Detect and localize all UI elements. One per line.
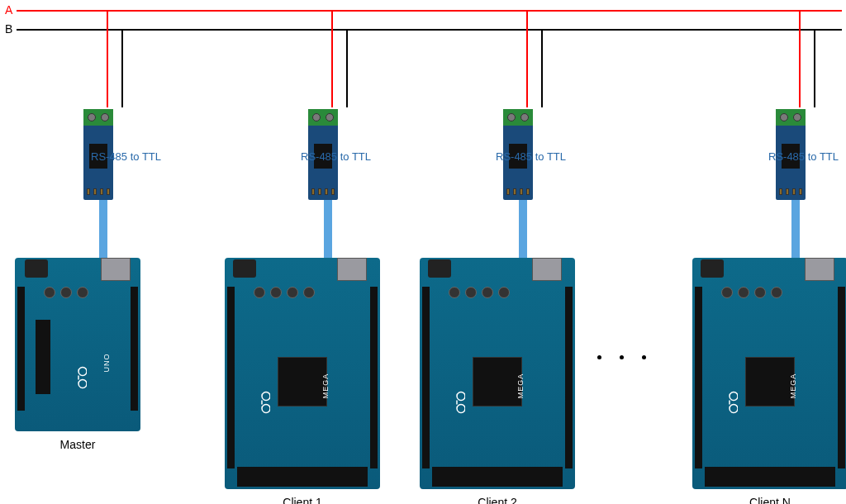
wire-a xyxy=(331,10,333,107)
ribbon-cable xyxy=(324,200,332,258)
node-client-n: RS-485 to TTL MEGA Client N xyxy=(692,10,846,504)
arduino-logo-icon xyxy=(721,390,738,415)
wire-b xyxy=(121,29,123,107)
usb-port-icon xyxy=(337,258,367,281)
barrel-jack-icon xyxy=(25,259,48,278)
arduino-logo-icon xyxy=(254,390,270,415)
arduino-logo-icon xyxy=(70,365,87,390)
converter-label: RS-485 to TTL xyxy=(301,150,371,163)
ribbon-cable xyxy=(99,200,107,258)
board-model-text: MEGA xyxy=(322,373,330,399)
usb-port-icon xyxy=(532,258,562,281)
drop-wires xyxy=(477,10,518,109)
bus-label-a: A xyxy=(5,3,12,17)
barrel-jack-icon xyxy=(428,259,451,278)
drop-wires xyxy=(749,10,791,109)
wire-a xyxy=(799,10,801,107)
arduino-mega-board: MEGA xyxy=(692,258,846,489)
node-label: Client N xyxy=(692,496,846,504)
node-client-1: RS-485 to TTL MEGA Client 1 xyxy=(225,10,380,504)
board-model-text: UNO xyxy=(102,354,111,373)
board-model-text: MEGA xyxy=(790,373,798,399)
ribbon-cable xyxy=(791,200,800,258)
converter-label: RS-485 to TTL xyxy=(496,150,566,163)
board-model-text: MEGA xyxy=(517,373,525,399)
ribbon-cable xyxy=(519,200,527,258)
arduino-uno-board: UNO xyxy=(15,258,140,431)
bus-label-b: B xyxy=(5,22,12,36)
wire-a xyxy=(526,10,528,107)
node-label: Master xyxy=(15,438,140,451)
node-label: Client 2 xyxy=(420,496,575,504)
usb-port-icon xyxy=(101,258,131,281)
arduino-mega-board: MEGA xyxy=(420,258,575,489)
ellipsis-icon xyxy=(597,355,646,359)
wire-b xyxy=(541,29,543,107)
node-label: Client 1 xyxy=(225,496,380,504)
mcu-chip-icon xyxy=(745,357,795,407)
barrel-jack-icon xyxy=(701,259,724,278)
arduino-logo-icon xyxy=(449,390,465,415)
node-client-2: RS-485 to TTL MEGA Client 2 xyxy=(420,10,575,504)
drop-wires xyxy=(57,10,98,109)
mcu-chip-icon xyxy=(278,357,327,407)
usb-port-icon xyxy=(805,258,834,281)
mcu-chip-icon xyxy=(36,320,50,394)
converter-label: RS-485 to TTL xyxy=(91,150,161,163)
arduino-mega-board: MEGA xyxy=(225,258,380,489)
converter-label: RS-485 to TTL xyxy=(768,150,839,163)
wire-b xyxy=(346,29,348,107)
node-master: RS-485 to TTL UNO Master xyxy=(15,10,140,451)
wire-b xyxy=(814,29,815,107)
drop-wires xyxy=(282,10,323,109)
wire-a xyxy=(107,10,108,107)
barrel-jack-icon xyxy=(233,259,256,278)
mcu-chip-icon xyxy=(473,357,522,407)
